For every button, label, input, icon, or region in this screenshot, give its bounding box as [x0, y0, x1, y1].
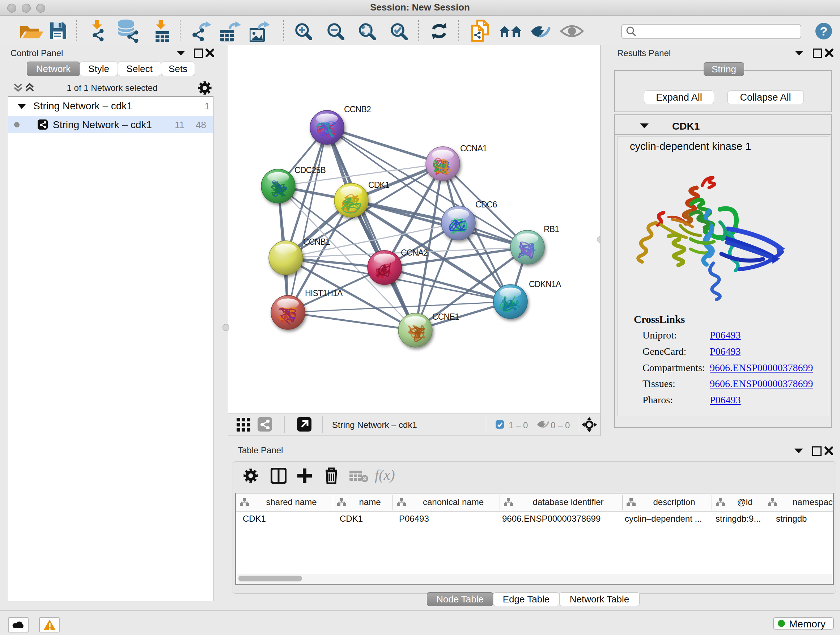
svg-text:CCNB1: CCNB1	[303, 237, 330, 247]
svg-text:CDC25B: CDC25B	[294, 165, 325, 175]
svg-text:CDC6: CDC6	[475, 200, 497, 209]
svg-text:CCNA2: CCNA2	[401, 248, 428, 257]
svg-text:CCNB2: CCNB2	[344, 105, 371, 114]
svg-text:CDKN1A: CDKN1A	[529, 279, 561, 289]
svg-text:CCNA1: CCNA1	[460, 144, 487, 153]
svg-text:CDK1: CDK1	[368, 180, 389, 190]
svg-text:CCNE1: CCNE1	[432, 312, 459, 321]
svg-text:RB1: RB1	[544, 225, 559, 234]
svg-text:HIST1H1A: HIST1H1A	[305, 288, 343, 298]
